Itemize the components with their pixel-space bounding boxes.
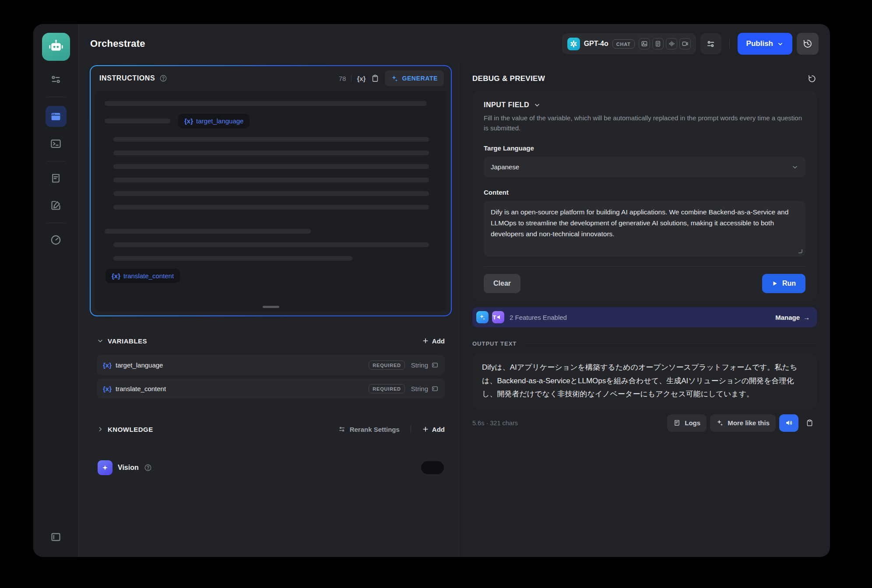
copy-output-button[interactable] [802, 414, 817, 432]
variable-row-target-language[interactable]: {x} target_language REQUIRED String [97, 355, 445, 375]
char-count: 78 [339, 75, 346, 82]
sidebar-rail [33, 24, 79, 557]
document-capability-icon [652, 38, 664, 49]
instructions-title: INSTRUCTIONS [99, 74, 155, 82]
variable-insert-icon[interactable]: {x} [357, 75, 366, 82]
add-variable-button[interactable]: Add [422, 337, 445, 345]
model-selector[interactable]: GPT-4o CHAT [562, 33, 696, 54]
toolbar-separator [351, 75, 352, 82]
sparkle-icon [716, 419, 724, 427]
debug-preview-pane: DEBUG & PREVIEW INPUT FIELD [459, 63, 830, 557]
tts-glyph: T [493, 314, 496, 321]
page-title: Orchestrate [90, 38, 145, 49]
publish-button[interactable]: Publish [738, 33, 792, 55]
clear-button[interactable]: Clear [484, 274, 520, 293]
variables-title: VARIABLES [108, 337, 147, 345]
add-label: Add [432, 426, 445, 433]
variable-glyph: {x} [184, 117, 193, 125]
variable-chip-label: translate_content [123, 272, 174, 280]
clipboard-icon [805, 419, 814, 427]
app-logo-robot-icon[interactable] [42, 33, 70, 61]
sidebar-item-orchestrate[interactable] [46, 106, 67, 127]
variable-glyph: {x} [103, 385, 112, 392]
edit-square-icon [50, 200, 62, 211]
debug-preview-title: DEBUG & PREVIEW [472, 74, 545, 83]
target-language-value: Japanese [491, 163, 519, 171]
skeleton-line [113, 150, 429, 155]
target-language-label: Targe Language [484, 144, 805, 152]
input-field-header[interactable]: INPUT FIELD [484, 101, 805, 109]
logs-button[interactable]: Logs [667, 414, 707, 432]
variable-type: String [411, 361, 439, 369]
knowledge-section[interactable]: KNOWLEDGE Rerank Settings Add [90, 415, 452, 443]
variables-section: VARIABLES Add {x} target_language REQUIR… [90, 328, 452, 405]
sidebar-item-tuning[interactable] [46, 69, 67, 90]
rail-divider [46, 223, 66, 223]
required-badge: REQUIRED [369, 384, 404, 393]
variable-glyph: {x} [112, 272, 120, 280]
output-meta: 5.6s · 321 chars [472, 420, 518, 427]
sidebar-item-logs[interactable] [46, 168, 67, 189]
skeleton-line [113, 137, 429, 142]
knowledge-title: KNOWLEDGE [108, 426, 153, 433]
variable-row-translate-content[interactable]: {x} translate_content REQUIRED String [97, 378, 445, 399]
sidebar-item-terminal[interactable] [46, 133, 67, 154]
browser-window-icon [50, 111, 62, 122]
orchestrate-pane: INSTRUCTIONS 78 {x} [79, 63, 459, 557]
variable-chip-translate-content[interactable]: {x} translate_content [105, 269, 180, 283]
arrow-right-icon: → [803, 314, 810, 321]
clipboard-icon[interactable] [371, 74, 380, 83]
section-separator [411, 425, 411, 433]
chevron-right-icon [97, 426, 104, 433]
skeleton-line [105, 101, 427, 106]
content-input[interactable]: Dify is an open-source platform for buil… [484, 201, 805, 257]
variable-chip-target-language[interactable]: {x} target_language [178, 114, 250, 128]
skeleton-line [105, 229, 311, 234]
skeleton-line [113, 242, 429, 247]
gauge-icon [50, 234, 62, 246]
sliders-icon [706, 39, 716, 49]
log-document-icon [673, 419, 681, 427]
model-parameters-button[interactable] [700, 33, 721, 54]
variables-header[interactable]: VARIABLES Add [97, 330, 445, 351]
instructions-editor[interactable]: {x} target_language [95, 91, 447, 311]
model-name: GPT-4o [584, 40, 608, 48]
manage-features-button[interactable]: Manage → [775, 314, 810, 321]
clock-restore-icon [802, 38, 813, 49]
text-to-speech-feature-icon: T [492, 311, 504, 323]
reset-button[interactable] [807, 74, 817, 84]
features-enabled-banner[interactable]: T 2 Features Enabled Manage → [472, 307, 817, 327]
variable-type-label: String [411, 361, 428, 369]
version-history-button[interactable] [797, 33, 819, 55]
run-button[interactable]: Run [762, 274, 805, 293]
play-icon [772, 280, 778, 287]
skeleton-line [105, 119, 170, 123]
help-icon[interactable] [144, 464, 152, 472]
output-text: Difyは、AIアプリケーションを構築するためのオープンソースプラットフォームで… [482, 361, 807, 401]
target-language-select[interactable]: Japanese [484, 157, 805, 177]
help-icon[interactable] [159, 74, 167, 82]
panel-resize-handle[interactable] [263, 306, 279, 308]
variable-chip-label: target_language [196, 117, 243, 125]
vision-toggle[interactable] [421, 461, 444, 474]
collapse-sidebar-button[interactable] [46, 526, 67, 547]
more-like-this-button[interactable]: More like this [710, 414, 776, 432]
skeleton-line [113, 205, 429, 210]
speaker-icon [785, 419, 793, 427]
rerank-label: Rerank Settings [350, 426, 400, 433]
textarea-resize-handle[interactable] [798, 249, 802, 253]
instructions-panel: INSTRUCTIONS 78 {x} [90, 65, 452, 316]
rerank-settings-button[interactable]: Rerank Settings [338, 425, 400, 433]
input-field-title: INPUT FIELD [484, 101, 529, 109]
generate-button[interactable]: GENERATE [385, 70, 444, 86]
skeleton-line [113, 191, 429, 196]
sidebar-item-monitoring[interactable] [46, 229, 67, 250]
content-label: Content [484, 189, 805, 196]
openai-logo-icon [567, 38, 580, 50]
input-field-card: INPUT FIELD Fill in the value of the var… [472, 91, 817, 301]
text-to-speech-button[interactable] [779, 414, 798, 432]
sidebar-item-annotation[interactable] [46, 195, 67, 216]
terminal-icon [50, 138, 62, 150]
screen-background: Orchestrate [0, 0, 872, 588]
add-knowledge-button[interactable]: Add [422, 426, 445, 433]
